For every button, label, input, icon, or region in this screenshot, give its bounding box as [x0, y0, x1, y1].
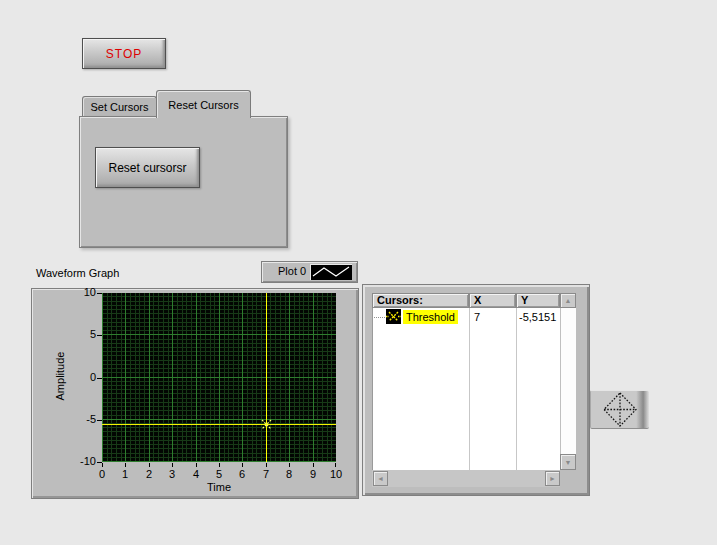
cursor-mover-icon[interactable]	[601, 391, 639, 428]
scroll-right-icon[interactable]: ►	[545, 471, 560, 486]
cursor-row-name[interactable]: Threshold	[403, 310, 458, 324]
cursor-icon[interactable]	[386, 309, 401, 324]
column-divider	[469, 308, 470, 470]
cursor-row-y[interactable]: -5,5151	[519, 310, 556, 324]
cursor-mover-pad[interactable]	[590, 390, 649, 429]
scroll-down-icon[interactable]: ▼	[560, 454, 576, 470]
tree-branch-line	[374, 317, 385, 318]
cursor-row-x[interactable]: 7	[474, 310, 480, 324]
cursor-table-body[interactable]	[372, 308, 560, 470]
reset-cursors-button[interactable]: Reset cursorsr	[95, 147, 200, 188]
scroll-up-icon[interactable]: ▲	[560, 293, 576, 308]
tab-set-cursors-label: Set Cursors	[90, 101, 148, 113]
scroll-left-icon[interactable]: ◄	[373, 471, 388, 486]
cursor-legend: Cursors: X Y ▲ Threshold 7 -5,5151 ▼ ◄ ►	[0, 0, 717, 545]
labview-front-panel: STOP Set Cursors Reset Cursors Reset cur…	[0, 0, 717, 545]
column-header-x: X	[469, 293, 516, 308]
column-header-y: Y	[516, 293, 560, 308]
column-header-cursors: Cursors:	[372, 293, 469, 308]
column-divider	[516, 308, 517, 470]
tab-reset-cursors-label: Reset Cursors	[168, 99, 238, 111]
tab-set-cursors[interactable]: Set Cursors	[82, 96, 157, 117]
horizontal-scrollbar[interactable]	[372, 470, 560, 487]
tab-reset-cursors[interactable]: Reset Cursors	[156, 90, 251, 118]
vertical-scrollbar[interactable]	[560, 308, 576, 470]
